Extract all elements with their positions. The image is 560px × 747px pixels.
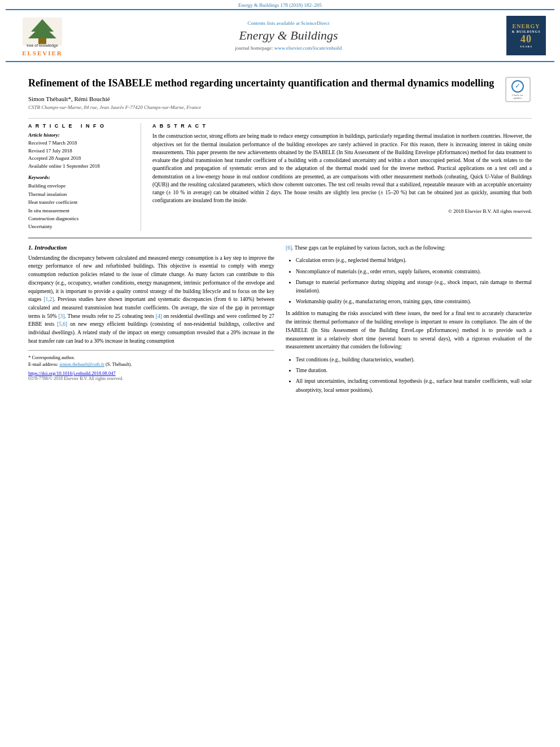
intro-heading: 1. Introduction — [28, 244, 274, 251]
email-note: E-mail address: simon.thebault@cstb.fr (… — [28, 361, 274, 368]
article-history-label: Article history: — [28, 132, 134, 138]
article-affiliation: CSTB Champs-sur-Marne, 84 rue, Jean Jaur… — [28, 104, 498, 110]
anniversary-badge: ENERGY & BUILDINGS 40 YEARS — [506, 16, 546, 55]
footnote-section: * Corresponding author. E-mail address: … — [28, 350, 274, 369]
article-title-section: Refinement of the ISABELE method regardi… — [28, 77, 532, 119]
right-column: [6]. These gaps can be explained by vari… — [286, 244, 532, 398]
article-authors: Simon Thébault*, Rémi Bouchié — [28, 95, 498, 102]
revised-date: Revised 17 July 2018 — [28, 147, 134, 155]
email-link[interactable]: simon.thebault@cstb.fr — [59, 361, 104, 367]
journal-header: tree of knowledge ELSEVIER Contents list… — [6, 9, 554, 62]
keywords-list: Building envelope Thermal insulation Hea… — [28, 182, 134, 230]
doi-section: https://doi.org/10.1016/j.enbuild.2018.0… — [28, 370, 274, 376]
article-info-abstract: A R T I C L E I N F O Article history: R… — [28, 123, 532, 230]
journal-title: Energy & Buildings — [73, 28, 504, 43]
right-para-2: In addition to managing the risks associ… — [286, 309, 532, 351]
keywords-label: Keywords: — [28, 174, 134, 180]
copyright-notice: © 2018 Elsevier B.V. All rights reserved… — [152, 208, 532, 214]
keyword-6: Uncertainty — [28, 222, 134, 230]
ref-link-6[interactable]: [6] — [286, 245, 292, 251]
article-dates: Received 7 March 2018 Revised 17 July 20… — [28, 139, 134, 170]
check-for-updates-badge: ✓ Check forupdates — [504, 77, 532, 102]
article-container: Refinement of the ISABELE method regardi… — [0, 62, 560, 404]
ref-link-4[interactable]: [4] — [156, 313, 162, 319]
badge-anniversary: YEARS — [520, 45, 532, 48]
gaps-bullet-list: Calculation errors (e.g., neglected ther… — [296, 256, 532, 306]
keyword-3: Heat transfer coefficient — [28, 198, 134, 206]
sciencedirect-link[interactable]: ScienceDirect — [301, 20, 329, 26]
left-column: 1. Introduction Understanding the discre… — [28, 244, 274, 398]
elsevier-wordmark: ELSEVIER — [22, 50, 63, 56]
isabele-bullet-list: Test conditions (e.g., building characte… — [296, 356, 532, 395]
badge-title: ENERGY — [513, 23, 540, 30]
ref-link-3[interactable]: [3] — [58, 313, 64, 319]
journal-badge: ENERGY & BUILDINGS 40 YEARS — [504, 16, 549, 55]
journal-citation: Energy & Buildings 178 (2018) 182–205 — [238, 2, 322, 8]
sciencedirect-label: Contents lists available at ScienceDirec… — [73, 20, 504, 26]
check-badge: ✓ Check forupdates — [505, 77, 531, 102]
isabele-bullet-2: Time duration. — [296, 366, 532, 375]
keyword-5: Construction diagnostics — [28, 215, 134, 222]
svg-text:tree of knowledge: tree of knowledge — [27, 43, 58, 48]
article-title: Refinement of the ISABELE method regardi… — [28, 77, 498, 90]
keyword-2: Thermal insulation — [28, 190, 134, 198]
right-intro-continuation: [6]. These gaps can be explained by vari… — [286, 244, 532, 252]
badge-years: 40 — [520, 33, 532, 45]
bullet-3: Damage to material performance during sh… — [296, 278, 532, 295]
available-date: Available online 1 September 2018 — [28, 163, 134, 171]
journal-homepage: journal homepage: www.elsevier.com/locat… — [73, 45, 504, 51]
isabele-bullet-3: All input uncertainties, including conve… — [296, 377, 532, 394]
intro-para-1: Understanding the discrepancy between ca… — [28, 254, 274, 346]
elsevier-tree-icon: tree of knowledge — [20, 15, 65, 49]
section-divider — [28, 238, 532, 238]
bullet-2: Noncompliance of materials (e.g., order … — [296, 268, 532, 276]
article-info-col: A R T I C L E I N F O Article history: R… — [28, 123, 141, 230]
ref-link-5-6[interactable]: [5,6] — [57, 321, 67, 327]
abstract-text: In the construction sector, strong effor… — [152, 132, 532, 204]
article-title-text: Refinement of the ISABELE method regardi… — [28, 77, 498, 112]
bullet-4: Workmanship quality (e.g., manufacturing… — [296, 298, 532, 306]
article-info-label: A R T I C L E I N F O — [28, 123, 134, 129]
abstract-col: A B S T R A C T In the construction sect… — [152, 123, 532, 230]
bullet-1: Calculation errors (e.g., neglected ther… — [296, 256, 532, 265]
elsevier-logo: tree of knowledge ELSEVIER — [11, 15, 73, 56]
received-date: Received 7 March 2018 — [28, 139, 134, 147]
corresponding-author-note: * Corresponding author. — [28, 354, 274, 361]
ref-link-1-2[interactable]: [1,2] — [43, 296, 54, 302]
keyword-1: Building envelope — [28, 182, 134, 190]
abstract-label: A B S T R A C T — [152, 123, 532, 129]
homepage-link[interactable]: www.elsevier.com/locate/enbuild — [274, 45, 342, 51]
check-label: Check forupdates — [512, 94, 523, 99]
keyword-4: In situ measurement — [28, 207, 134, 215]
rights-text: 0378-7788/© 2018 Elsevier B.V. All right… — [28, 376, 274, 381]
doi-link[interactable]: https://doi.org/10.1016/j.enbuild.2018.0… — [28, 370, 116, 376]
journal-center-info: Contents lists available at ScienceDirec… — [73, 20, 504, 51]
main-body: 1. Introduction Understanding the discre… — [28, 244, 532, 398]
top-citation-bar: Energy & Buildings 178 (2018) 182–205 — [0, 0, 560, 9]
isabele-bullet-1: Test conditions (e.g., building characte… — [296, 356, 532, 364]
check-circle-icon: ✓ — [511, 80, 524, 93]
check-mark-icon: ✓ — [515, 82, 520, 90]
accepted-date: Accepted 28 August 2018 — [28, 155, 134, 163]
